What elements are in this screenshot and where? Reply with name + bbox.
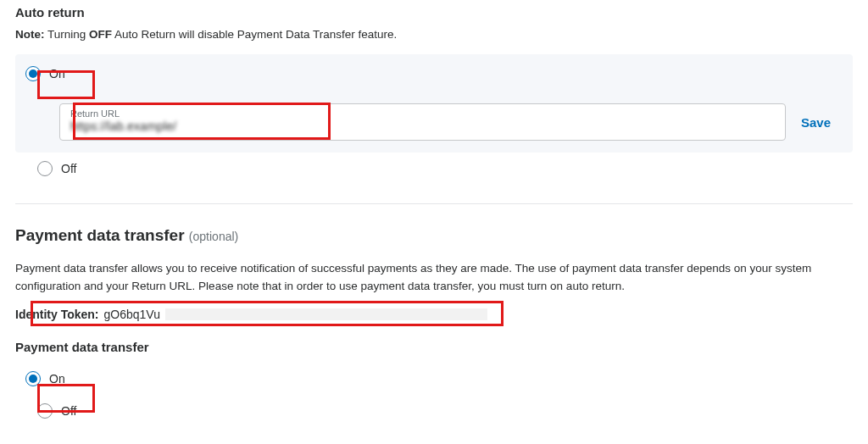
auto-return-heading: Auto return: [15, 5, 853, 19]
pdt-off-row[interactable]: Off: [15, 395, 853, 427]
radio-pdt-on-icon[interactable]: [25, 371, 41, 386]
radio-on-icon[interactable]: [25, 66, 41, 81]
note-suffix: Auto Return will disable Payment Data Tr…: [112, 28, 397, 41]
auto-return-note: Note: Turning OFF Auto Return will disab…: [15, 28, 853, 41]
return-url-value: https://lab.example/: [70, 119, 775, 133]
return-url-row: Return URL https://lab.example/ Save: [59, 103, 843, 141]
identity-token-redacted: [165, 308, 487, 320]
return-url-float-label: Return URL: [70, 108, 775, 119]
auto-return-radio-group: On Return URL https://lab.example/ Save …: [15, 54, 853, 185]
return-url-input[interactable]: Return URL https://lab.example/: [59, 103, 786, 141]
radio-pdt-off-icon[interactable]: [37, 403, 53, 419]
identity-token-label: Identity Token:: [15, 308, 99, 321]
note-label: Note:: [15, 28, 45, 41]
pdt-description: Payment data transfer allows you to rece…: [15, 260, 846, 296]
auto-return-on-label[interactable]: On: [49, 67, 65, 80]
identity-token-line: Identity Token: gO6bq1Vu: [15, 308, 853, 321]
pdt-off-label[interactable]: Off: [61, 404, 76, 418]
pdt-heading-text: Payment data transfer: [15, 226, 185, 244]
auto-return-on-panel: On Return URL https://lab.example/ Save: [15, 54, 853, 153]
pdt-on-label[interactable]: On: [49, 372, 65, 386]
save-button[interactable]: Save: [786, 103, 843, 141]
auto-return-off-label[interactable]: Off: [61, 162, 76, 175]
note-prefix: Turning: [45, 28, 90, 41]
pdt-optional-tag: (optional): [189, 230, 238, 243]
auto-return-off-row[interactable]: Off: [15, 153, 853, 185]
radio-off-icon[interactable]: [37, 161, 53, 176]
pdt-on-row[interactable]: On: [15, 363, 853, 395]
pdt-heading: Payment data transfer (optional): [15, 226, 853, 245]
auto-return-on-row[interactable]: On: [25, 66, 843, 81]
pdt-sub-heading: Payment data transfer: [15, 340, 853, 354]
pdt-radio-group: On Off: [15, 363, 853, 427]
identity-token-value: gO6bq1Vu: [104, 308, 160, 321]
note-bold-off: OFF: [89, 28, 112, 41]
section-divider: [15, 203, 853, 204]
